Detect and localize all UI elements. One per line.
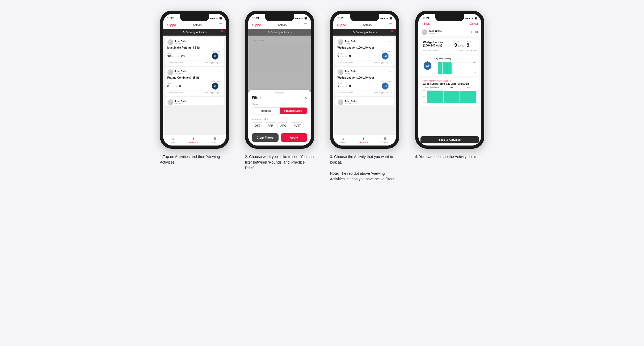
battery-icon-3: ▣ <box>389 17 392 20</box>
more-icon-1-2[interactable]: ··· <box>219 69 221 73</box>
viewing-banner-3[interactable]: ⚙ Viewing Activities <box>333 29 396 36</box>
user-name-4: Josh Coles <box>429 30 442 32</box>
expand-icon[interactable]: ⊞ <box>475 30 478 34</box>
more-icon-1-1[interactable]: ··· <box>219 39 221 43</box>
activity-card-1-2[interactable]: Josh Coles 28 Feb 2023 ··· Putting Combi… <box>165 67 224 96</box>
banner-label-2: Viewing Activities <box>271 31 292 34</box>
phone-4: 13:21 ●●● ▲ ▣ < Back Cancel Josh Coles <box>415 11 484 149</box>
column-4: 13:21 ●●● ▲ ▣ < Back Cancel Josh Coles <box>413 11 487 160</box>
app-btn[interactable]: APP <box>265 122 276 129</box>
user-date-3-1: Today <box>345 42 357 45</box>
activity-card-3-3[interactable]: Josh Coles 28 Feb 2023 <box>335 97 394 105</box>
nav-title-1: Activity <box>193 23 202 27</box>
tab-home-label-1: Home <box>170 141 175 143</box>
sheet-handle <box>275 92 284 93</box>
activity-card-3-2[interactable]: Josh Coles Today ··· Wedge Ladder (100–1… <box>335 67 394 96</box>
score-block-1-2: Score 0 OUT OF 9 <box>167 82 181 88</box>
apply-btn[interactable]: Apply <box>281 133 307 142</box>
activity-title-1-1: Must Make Putting (3-6 ft) <box>167 46 222 49</box>
tab-home-3[interactable]: ⌂ Home <box>340 136 346 143</box>
logo-3: clippd <box>337 23 346 27</box>
session-label: Player Activity > Practice Session <box>423 80 476 82</box>
activities-icon-1: ♦ <box>192 136 194 140</box>
banner-label-1: Viewing Activities <box>186 31 207 34</box>
column-1: 13:20 ●●● ▲ ▣ clippd Activity ☰ ⚙ Viewin… <box>157 11 232 165</box>
capture-icon-3: ⊕ <box>384 136 387 140</box>
tab-home-1[interactable]: ⌂ Home <box>170 136 175 143</box>
avg-sq-card: 130 Avg Shot Quality 140 100 50 0 <box>420 55 479 76</box>
filter-title: Filter <box>252 96 261 100</box>
tab-activities-1[interactable]: ♦ Activities <box>189 136 198 143</box>
wifi-icon-1: ▲ <box>216 17 218 20</box>
tab-bar-3: ⌂ Home ♦ Activities ⊕ Capture <box>333 134 396 146</box>
tab-activities-3[interactable]: ♦ Activities <box>359 136 368 143</box>
time-2: 13:21 <box>252 17 259 20</box>
activity-title-1-2: Putting Combine (3-15 ft) <box>167 76 222 79</box>
tab-capture-label-3: Capture <box>381 141 389 143</box>
user-date-1-1: 28 Feb 2023 <box>175 42 187 45</box>
rounds-btn[interactable]: Rounds <box>252 108 280 114</box>
back-activities-btn[interactable]: Back to Activities <box>420 136 479 143</box>
putt-btn[interactable]: PUTT <box>291 122 304 129</box>
cancel-button[interactable]: Cancel <box>469 22 478 25</box>
more-icon-3-2[interactable]: ··· <box>389 69 392 73</box>
activity-card-3-1[interactable]: Josh Coles Today ··· Wedge Ladder (100–1… <box>335 37 394 66</box>
activity-card-1-1[interactable]: Josh Coles 28 Feb 2023 ··· Must Make Put… <box>165 37 224 66</box>
info-row-1-1: ⊙ Test Information Data: Clippd Capture <box>167 61 222 64</box>
wifi-icon-3: ▲ <box>386 17 389 20</box>
nav-title-3: Activity <box>363 23 372 27</box>
activity-title-3-1: Wedge Ladder (100–140 yds) <box>338 46 392 49</box>
user-date-3-3: 28 Feb 2023 <box>345 102 357 105</box>
phone-3: 13:20 ●●● ▲ ▣ clippd Activity ☰ ⚙ Viewin… <box>330 11 399 149</box>
card-user-1-2: Josh Coles 28 Feb 2023 <box>167 69 187 75</box>
back-button[interactable]: < Back <box>422 22 430 25</box>
clear-filters-btn[interactable]: Clear Filters <box>252 133 279 142</box>
logo-1: clippd <box>167 23 176 27</box>
card-user-3-3: Josh Coles 28 Feb 2023 <box>338 99 357 105</box>
menu-icon-1[interactable]: ☰ <box>219 23 222 27</box>
filter-icon-3: ⚙ <box>352 31 355 34</box>
app-nav-3: clippd Activity ☰ <box>333 21 396 29</box>
phone-1: 13:20 ●●● ▲ ▣ clippd Activity ☰ ⚙ Viewin… <box>160 11 229 149</box>
user-date-3-2: Today <box>345 72 357 75</box>
modal-overlay-2: ⚙ Viewing Activities Josh Coles Filter ✕ <box>248 29 311 146</box>
status-icons-4: ●●● ▲ ▣ <box>465 17 477 20</box>
sq-hex-1-1: 75 <box>211 52 219 60</box>
menu-icon-2[interactable]: ☰ <box>304 23 307 27</box>
red-dot-3 <box>391 30 393 32</box>
home-icon-3: ⌂ <box>342 136 344 140</box>
sq-hex-1-2: 45 <box>211 82 219 90</box>
ott-btn[interactable]: OTT <box>252 122 263 129</box>
user-date-1-2: 28 Feb 2023 <box>175 72 187 75</box>
score-block-1-1: Score 10 OUT OF 20 <box>167 52 185 58</box>
avatar-3-2 <box>338 69 343 75</box>
sheet-header: Filter ✕ <box>252 96 307 100</box>
tab-capture-3[interactable]: ⊕ Capture <box>381 136 389 143</box>
score-block-3-2: Score 7 OUT OF 9 <box>338 82 351 88</box>
activity-card-1-3[interactable]: Josh Coles 28 Feb 2023 <box>165 97 224 105</box>
tab-capture-1[interactable]: ⊕ Capture <box>211 136 219 143</box>
more-icon-3-1[interactable]: ··· <box>389 39 392 43</box>
activity-list-3: Josh Coles Today ··· Wedge Ladder (100–1… <box>333 36 396 134</box>
menu-icon-3[interactable]: ☰ <box>389 23 392 27</box>
user-name-1-3: Josh Coles <box>175 100 187 102</box>
edit-icon[interactable]: ✏ <box>470 30 473 34</box>
notch-3 <box>350 14 379 21</box>
banner-label-3: Viewing Activities <box>356 31 377 34</box>
signal-icon-3: ●●● <box>380 17 385 20</box>
sq-hex-3-1: 130 <box>381 52 389 60</box>
user-date-4: Today <box>429 32 442 35</box>
capture-icon-1: ⊕ <box>213 136 217 140</box>
column-2: 13:21 ●●● ▲ ▣ clippd Activity ☰ ⚙ Viewin… <box>242 11 317 171</box>
show-label: Show <box>252 103 307 106</box>
signal-icon-4: ●●● <box>465 17 470 20</box>
wifi-icon-4: ▲ <box>471 17 474 20</box>
score-block-3-1: Score 9 OUT OF 9 <box>338 52 351 58</box>
arg-btn[interactable]: ARG <box>277 122 289 129</box>
practice-drills-btn[interactable]: Practice Drills <box>280 108 307 114</box>
bar-3 <box>447 62 452 74</box>
close-filter-btn[interactable]: ✕ <box>304 96 307 100</box>
caption-1: 1.Tap on Activities and then 'Viewing Ac… <box>160 154 229 165</box>
viewing-banner-1[interactable]: ⚙ Viewing Activities <box>163 29 226 36</box>
filter-icon-1: ⚙ <box>182 31 185 34</box>
